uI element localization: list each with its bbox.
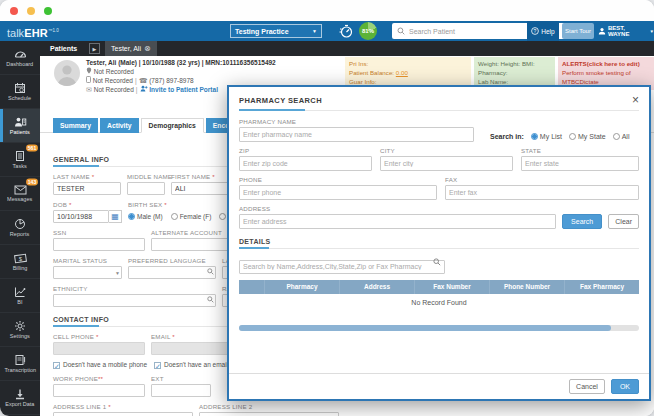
middle-name-field[interactable] (127, 182, 165, 195)
search-icon[interactable] (207, 268, 214, 275)
fax-field[interactable] (445, 185, 639, 200)
sidebar-item-messages[interactable]: 143 Messages (0, 177, 40, 211)
fax-number-column-header[interactable]: Fax Number (415, 280, 490, 294)
birth-sex-female-radio[interactable]: Female (F) (171, 213, 212, 220)
meter-percent-label: 81% (362, 28, 374, 34)
sidebar-item-bi[interactable]: BI (0, 279, 40, 313)
phone-number-column-header[interactable]: Phone Number (490, 280, 565, 294)
preferred-language-label: PREFERRED LANGUAGE (128, 257, 216, 264)
pharmacy-line: Pharmacy: (478, 68, 551, 77)
patients-icon (14, 116, 27, 128)
patient-address-status: Not Recorded (94, 68, 134, 75)
zip-field[interactable] (239, 156, 372, 171)
sidebar-item-schedule[interactable]: Schedule (0, 75, 40, 109)
modal-title-rule (239, 110, 639, 111)
fax-pharmacy-column-header[interactable]: Fax Pharmacy (565, 280, 639, 294)
ext-field[interactable] (151, 384, 211, 397)
horizontal-scrollbar[interactable] (239, 325, 639, 331)
email-icon: ✉ (86, 86, 92, 93)
dashboard-icon (14, 48, 27, 60)
patient-mobile-status: Not Recorded (93, 77, 133, 84)
calendar-icon[interactable]: ▦ (109, 210, 122, 223)
address-line1-field[interactable] (53, 412, 193, 416)
sidebar-item-transcription[interactable]: Transcription (0, 347, 40, 381)
tab-summary[interactable]: Summary (53, 118, 98, 133)
state-field[interactable] (521, 156, 639, 171)
address-line2-field[interactable] (199, 412, 339, 416)
search-in-mylist-radio[interactable]: My List (531, 133, 562, 140)
close-icon[interactable]: × (632, 95, 639, 105)
patient-name-line: Tester, Ali (Male) | 10/10/1988 (32 yrs)… (86, 58, 276, 67)
sidebar-item-export-data[interactable]: Export Data (0, 381, 40, 415)
sidebar-item-dashboard[interactable]: Dashboard (0, 41, 40, 75)
reports-icon (14, 218, 26, 230)
start-tour-button[interactable]: Start Tour (562, 23, 594, 39)
city-field[interactable] (380, 156, 513, 171)
preferred-language-field[interactable] (128, 266, 216, 279)
patients-list-tab[interactable]: Patients (50, 41, 77, 56)
dob-label: DOB (53, 201, 122, 208)
ssn-field[interactable] (53, 238, 145, 251)
practice-selector[interactable]: Testing Practice ▼ (230, 24, 322, 38)
messages-badge: 143 (26, 179, 38, 186)
maximize-window-button[interactable] (44, 7, 52, 15)
search-in-label: Search in: (490, 133, 524, 140)
invite-patient-portal-link[interactable]: Invite to Patient Portal (149, 86, 218, 93)
close-window-button[interactable] (10, 7, 18, 15)
no-mobile-checkbox[interactable]: ✓ Doesn't have a mobile phone (53, 361, 148, 369)
marital-status-select[interactable] (53, 266, 122, 279)
mobile-phone-icon (86, 77, 91, 84)
macos-titlebar (0, 0, 654, 21)
tab-demographics[interactable]: Demographics (141, 118, 204, 133)
birth-sex-male-radio[interactable]: Male (M) (128, 213, 163, 220)
search-in-all-radio[interactable]: All (613, 133, 630, 140)
details-header: DETAILS (239, 238, 639, 249)
open-patient-tab[interactable]: Tester, Ali ⊗ (105, 41, 157, 56)
checkbox-checked-icon: ✓ (53, 362, 60, 369)
modal-title: PHARMACY SEARCH (239, 96, 322, 105)
sidebar-item-billing[interactable]: $ Billing (0, 245, 40, 279)
work-phone-field[interactable] (53, 384, 145, 397)
sidebar-item-tasks[interactable]: 561 Tasks (0, 143, 40, 177)
search-icon[interactable] (207, 296, 214, 303)
address-field[interactable] (239, 214, 556, 229)
cell-phone-label: CELL PHONE (53, 333, 145, 340)
pharmacy-column-header[interactable]: Pharmacy (265, 280, 340, 294)
patient-phone: (787) 897-8978 (149, 77, 193, 84)
details-search-input[interactable] (239, 260, 445, 274)
phone-field[interactable] (239, 185, 437, 200)
scrollbar-thumb[interactable] (239, 325, 611, 331)
help-button[interactable]: ? Help (527, 21, 559, 41)
ok-button[interactable]: OK (611, 379, 639, 394)
sidebar-item-reports[interactable]: Reports (0, 211, 40, 245)
transcription-icon (14, 354, 26, 366)
work-phone-label: WORK PHONE (53, 375, 145, 382)
user-icon (598, 27, 606, 35)
close-tab-icon[interactable]: ⊗ (144, 44, 151, 53)
completion-meter[interactable]: 81% (359, 22, 377, 40)
sidebar-item-settings[interactable]: Settings (0, 313, 40, 347)
last-name-field[interactable] (53, 182, 121, 195)
patient-balance-link[interactable]: 0.00 (396, 69, 408, 76)
patient-email-status: Not Recorded (94, 86, 134, 93)
tab-activity[interactable]: Activity (100, 118, 139, 133)
cancel-button[interactable]: Cancel (569, 379, 605, 394)
ethnicity-field[interactable] (53, 294, 216, 307)
dob-field[interactable] (53, 210, 109, 223)
sidebar-item-patients[interactable]: Patients (0, 109, 40, 143)
pharmacy-name-field[interactable] (239, 127, 474, 142)
search-in-mystate-radio[interactable]: My State (569, 133, 606, 140)
minimize-window-button[interactable] (27, 7, 35, 15)
alerts-title[interactable]: ALERTS(click here to edit) (562, 59, 650, 68)
address-column-header[interactable]: Address (340, 280, 415, 294)
help-label: Help (541, 28, 554, 35)
bi-icon (14, 286, 26, 298)
clear-button[interactable]: Clear (608, 214, 639, 229)
search-icon[interactable] (433, 258, 441, 266)
stopwatch-icon[interactable] (338, 23, 354, 39)
results-table-header: Pharmacy Address Fax Number Phone Number… (239, 280, 639, 294)
search-button[interactable]: Search (562, 214, 602, 229)
tasks-badge: 561 (26, 145, 38, 152)
play-icon[interactable]: ▶ (89, 43, 100, 54)
user-menu[interactable]: BEST, WAYNE ▼ (598, 21, 654, 41)
